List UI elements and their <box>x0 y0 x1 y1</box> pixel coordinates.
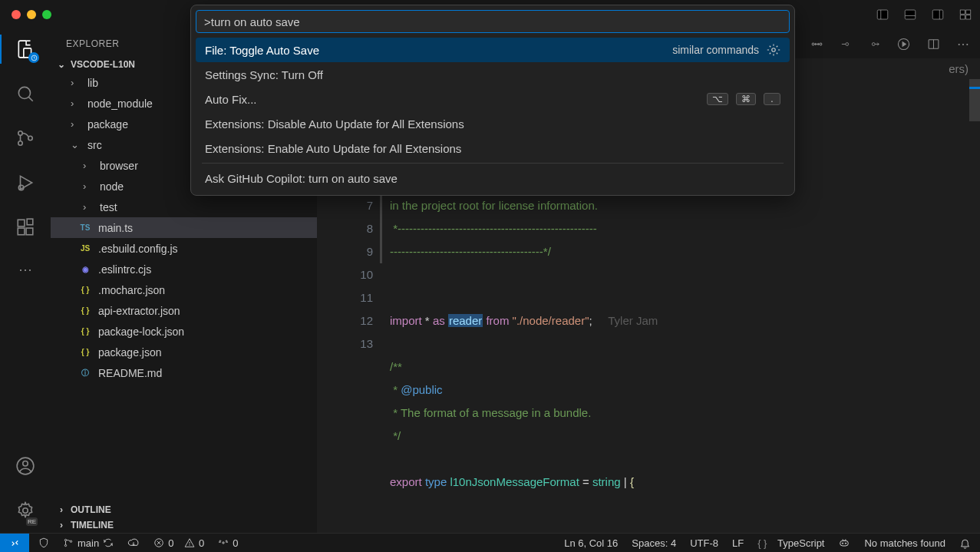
svg-point-13 <box>18 131 22 135</box>
minimap[interactable] <box>922 79 969 509</box>
source-control-tab[interactable] <box>15 127 36 149</box>
ports-status[interactable]: 0 <box>218 537 238 549</box>
panel-bottom-icon[interactable] <box>903 8 917 21</box>
file-item[interactable]: { }package.json <box>51 342 317 362</box>
prev-change-icon[interactable] <box>840 38 852 50</box>
scroll-marker <box>969 87 980 89</box>
layout-controls <box>876 8 972 21</box>
cursor-position[interactable]: Ln 6, Col 16 <box>564 537 618 549</box>
svg-rect-18 <box>18 220 25 226</box>
file-item[interactable]: { }package-lock.json <box>51 321 317 342</box>
svg-rect-4 <box>932 10 943 19</box>
branch-status[interactable]: main <box>63 537 114 549</box>
scroll-thumb[interactable] <box>969 79 980 121</box>
svg-marker-30 <box>902 41 906 46</box>
extensions-tab[interactable] <box>15 217 36 238</box>
maximize-window-icon[interactable] <box>42 10 51 19</box>
compare-changes-icon[interactable] <box>810 38 823 51</box>
command-palette-list: File: Toggle Auto Savesimilar commandsSe… <box>196 38 790 190</box>
notifications-icon[interactable] <box>959 537 971 549</box>
svg-rect-19 <box>18 228 25 235</box>
svg-point-25 <box>812 43 814 45</box>
svg-point-28 <box>872 42 875 45</box>
split-editor-icon[interactable] <box>927 38 940 51</box>
palette-item[interactable]: Extensions: Enable Auto Update for All E… <box>196 136 790 160</box>
svg-point-42 <box>223 542 224 544</box>
file-item[interactable]: { }api-extractor.json <box>51 300 317 321</box>
svg-rect-6 <box>960 10 965 14</box>
accounts-icon[interactable] <box>15 455 36 477</box>
settings-gear-icon[interactable]: RE <box>15 500 36 521</box>
svg-point-45 <box>846 543 846 544</box>
window-controls <box>8 10 51 19</box>
file-item[interactable]: ◉.eslintrc.cjs <box>51 259 317 279</box>
svg-rect-8 <box>960 15 965 19</box>
svg-point-33 <box>772 48 776 52</box>
palette-item[interactable]: File: Toggle Auto Savesimilar commands <box>196 38 790 62</box>
palette-item[interactable]: Auto Fix...⌥⌘. <box>196 87 790 111</box>
remote-button[interactable] <box>0 534 29 553</box>
svg-rect-7 <box>966 10 971 14</box>
encoding-status[interactable]: UTF-8 <box>690 537 718 549</box>
close-window-icon[interactable] <box>12 10 21 19</box>
panel-left-icon[interactable] <box>876 8 889 21</box>
palette-item[interactable]: Extensions: Disable Auto Update for All … <box>196 111 790 136</box>
more-views-icon[interactable]: ⋯ <box>18 261 33 278</box>
command-palette: File: Toggle Auto Savesimilar commandsSe… <box>190 5 795 196</box>
svg-rect-43 <box>840 540 849 546</box>
folder-item[interactable]: ›test <box>51 197 317 217</box>
minimize-window-icon[interactable] <box>27 10 36 19</box>
svg-rect-2 <box>905 10 916 19</box>
palette-item[interactable]: Ask GitHub Copilot: turn on auto save <box>196 166 790 190</box>
file-item[interactable]: JS.esbuild.config.js <box>51 238 317 259</box>
customize-layout-icon[interactable] <box>959 8 972 21</box>
search-matches-status[interactable]: No matches found <box>864 537 945 549</box>
svg-rect-20 <box>26 228 33 235</box>
outline-section[interactable]: ›OUTLINE <box>51 502 317 517</box>
scrollbar[interactable] <box>969 79 980 509</box>
svg-point-11 <box>18 87 30 98</box>
svg-rect-9 <box>966 15 971 19</box>
svg-point-15 <box>28 136 32 140</box>
status-bar: main 0 0 0 Ln 6, Col 16 Spaces: 4 UTF-8 … <box>0 533 980 552</box>
pending-changes-badge-icon <box>28 52 39 63</box>
more-editor-actions-icon[interactable]: ⋯ <box>957 37 969 51</box>
activity-bar: ⋯ RE <box>0 29 51 533</box>
language-status[interactable]: { } TypeScript <box>757 537 824 549</box>
workspace-name: VSCODE-L10N <box>71 59 135 70</box>
svg-rect-0 <box>877 10 888 19</box>
problems-status[interactable]: 0 0 <box>153 537 204 549</box>
svg-rect-21 <box>27 219 33 225</box>
svg-point-14 <box>18 141 22 145</box>
explorer-tab[interactable] <box>15 38 36 60</box>
svg-marker-16 <box>21 176 32 189</box>
next-change-icon[interactable] <box>869 38 880 50</box>
timeline-section[interactable]: ›TIMELINE <box>51 517 317 533</box>
svg-point-41 <box>190 545 190 546</box>
svg-point-35 <box>64 544 66 546</box>
file-item[interactable]: ⓘREADME.md <box>51 362 317 383</box>
svg-point-34 <box>64 539 66 540</box>
svg-point-23 <box>23 461 28 467</box>
panel-right-icon[interactable] <box>931 8 945 21</box>
svg-point-24 <box>23 508 28 514</box>
svg-line-12 <box>28 97 32 101</box>
svg-point-26 <box>820 43 822 45</box>
palette-item[interactable]: Settings Sync: Turn Off <box>196 62 790 87</box>
trust-badge[interactable] <box>38 537 49 548</box>
cloud-sync-icon[interactable] <box>127 537 140 549</box>
command-palette-input[interactable] <box>196 10 790 33</box>
run-file-icon[interactable] <box>897 38 910 51</box>
svg-point-44 <box>843 543 843 544</box>
run-debug-tab[interactable] <box>15 172 36 193</box>
file-item[interactable]: { }.mocharc.json <box>51 279 317 300</box>
search-tab[interactable] <box>15 83 36 104</box>
eol-status[interactable]: LF <box>732 537 744 549</box>
release-badge: RE <box>26 517 38 526</box>
file-item[interactable]: TSmain.ts <box>51 217 317 238</box>
svg-point-27 <box>846 42 849 45</box>
indentation-status[interactable]: Spaces: 4 <box>632 537 676 549</box>
copilot-status-icon[interactable] <box>838 537 850 549</box>
